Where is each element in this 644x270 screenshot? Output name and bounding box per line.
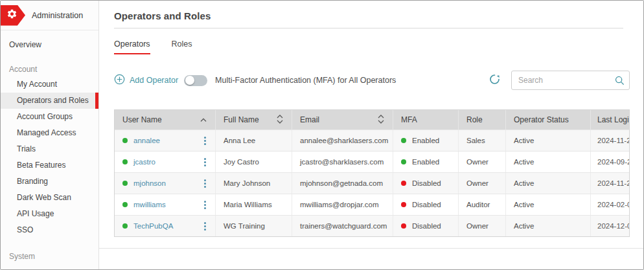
gear-icon	[1, 8, 17, 22]
mfa-cell: Disabled	[393, 173, 459, 194]
sidebar: Administration Overview Account My Accou…	[1, 1, 99, 269]
user-name-cell: annalee	[115, 130, 216, 151]
last-login-cell: 2024-02-08T2	[591, 194, 629, 215]
online-status-dot	[122, 159, 128, 164]
sidebar-header: Administration	[1, 1, 98, 30]
sort-both-icon	[277, 115, 283, 126]
user-name-cell: jcastro	[115, 152, 216, 172]
tab-operators[interactable]: Operators	[114, 39, 150, 54]
email-cell: mwilliams@dropjar.com	[292, 194, 393, 215]
full-name-cell: Maria Williams	[216, 194, 292, 215]
search-input[interactable]	[511, 71, 630, 90]
title-divider	[114, 28, 623, 28]
last-login-cell: 2024-11-26T	[591, 173, 629, 194]
mfa-toggle-label: Multi-Factor Authentication (MFA) for Al…	[215, 76, 396, 85]
username-link[interactable]: annalee	[133, 137, 160, 144]
username-link[interactable]: mwilliams	[133, 201, 166, 208]
sidebar-item-trials[interactable]: Trials	[1, 141, 98, 157]
last-login-cell: 2024-12-03T	[591, 216, 629, 236]
row-menu-kebab-icon[interactable]	[201, 156, 209, 168]
mfa-status-dot	[401, 159, 406, 164]
sidebar-section-account: Account	[1, 62, 98, 76]
username-link[interactable]: TechPubQA	[133, 222, 173, 230]
email-cell: trainers@watchguard.com	[292, 216, 393, 236]
column-header-operator-status: Operator Status	[506, 110, 591, 129]
column-header-user-name[interactable]: User Name	[115, 110, 216, 129]
sidebar-item-dark-web-scan[interactable]: Dark Web Scan	[1, 190, 98, 206]
row-menu-kebab-icon[interactable]	[201, 220, 209, 232]
email-cell: annalee@sharklasers.com	[292, 130, 393, 151]
table-row: mjohnson Mary Johnson mjohnson@getnada.c…	[115, 172, 629, 194]
table-header-row: User Name Full Name Email MFA Role Opera…	[115, 110, 629, 129]
operator-status-cell: Active	[506, 173, 591, 194]
username-link[interactable]: mjohnson	[133, 179, 166, 187]
full-name-cell: Joy Castro	[216, 152, 292, 172]
full-name-cell: Anna Lee	[216, 130, 292, 151]
search-box	[511, 71, 630, 90]
sort-both-icon	[378, 115, 384, 126]
email-cell: mjohnson@getnada.com	[292, 173, 393, 194]
sidebar-item-operators-and-roles[interactable]: Operators and Roles	[1, 93, 98, 109]
operator-status-cell: Active	[506, 216, 591, 236]
table-row: TechPubQA WG Training trainers@watchguar…	[115, 215, 629, 236]
refresh-button[interactable]	[488, 73, 501, 89]
column-header-email[interactable]: Email	[292, 110, 393, 129]
table-row: annalee Anna Lee annalee@sharklasers.com…	[115, 129, 629, 151]
username-link[interactable]: jcastro	[133, 158, 155, 166]
table-row: jcastro Joy Castro jcastro@sharklasers.c…	[115, 151, 629, 172]
sidebar-item-beta-features[interactable]: Beta Features	[1, 157, 98, 174]
mfa-status-dot	[401, 181, 406, 186]
mfa-toggle[interactable]	[184, 75, 207, 86]
column-header-mfa: MFA	[393, 110, 459, 129]
sidebar-section-system: System	[1, 249, 98, 264]
sidebar-item-my-account[interactable]: My Account	[1, 76, 98, 93]
sidebar-item-managed-access[interactable]: Managed Access	[1, 125, 98, 141]
sidebar-item-account-groups[interactable]: Account Groups	[1, 109, 98, 125]
operator-status-cell: Active	[506, 152, 591, 172]
table-row: mwilliams Maria Williams mwilliams@dropj…	[115, 194, 629, 215]
sidebar-item-branding[interactable]: Branding	[1, 174, 98, 190]
column-header-role: Role	[459, 110, 506, 129]
online-status-dot	[122, 202, 128, 207]
last-login-cell: 2024-11-27T	[591, 130, 629, 151]
toggle-knob	[185, 76, 194, 85]
user-name-cell: TechPubQA	[115, 216, 216, 236]
mfa-cell: Enabled	[393, 130, 459, 151]
row-menu-kebab-icon[interactable]	[201, 199, 209, 211]
user-name-cell: mjohnson	[115, 173, 216, 194]
mfa-status-dot	[401, 138, 406, 143]
column-header-full-name[interactable]: Full Name	[216, 110, 292, 129]
mfa-cell: Enabled	[393, 152, 459, 172]
last-login-cell: 2024-09-25T	[591, 152, 629, 172]
full-name-cell: WG Training	[216, 216, 292, 236]
admin-badge	[1, 5, 25, 26]
role-cell: Sales	[459, 130, 506, 151]
column-header-last-login: Last Login	[591, 110, 629, 129]
app-window: Administration Overview Account My Accou…	[0, 0, 644, 270]
sort-asc-icon	[200, 115, 207, 124]
sidebar-item-overview[interactable]: Overview	[1, 36, 98, 53]
toolbar-right	[488, 71, 630, 90]
role-cell: Owner	[459, 152, 506, 172]
user-name-cell: mwilliams	[115, 194, 216, 215]
mfa-status-dot	[401, 223, 406, 229]
role-cell: Owner	[459, 173, 506, 194]
plus-circle-icon	[114, 74, 125, 87]
row-menu-kebab-icon[interactable]	[201, 177, 209, 190]
sidebar-item-api-usage[interactable]: API Usage	[1, 206, 98, 222]
role-cell: Auditor	[459, 194, 506, 215]
sidebar-item-sso[interactable]: SSO	[1, 222, 98, 238]
mfa-cell: Disabled	[393, 216, 459, 236]
main-content: Operators and Roles Operators Roles Add …	[99, 1, 643, 269]
full-name-cell: Mary Johnson	[216, 173, 292, 194]
page-title: Operators and Roles	[114, 10, 630, 21]
row-menu-kebab-icon[interactable]	[201, 135, 209, 147]
add-operator-button[interactable]: Add Operator	[114, 74, 178, 87]
sidebar-title: Administration	[32, 11, 83, 20]
mfa-cell: Disabled	[393, 194, 459, 215]
tab-roles[interactable]: Roles	[172, 39, 192, 54]
toolbar: Add Operator Multi-Factor Authentication…	[114, 71, 630, 90]
tab-bar: Operators Roles	[114, 39, 630, 54]
add-operator-label: Add Operator	[130, 76, 178, 85]
role-cell: Owner	[459, 216, 506, 236]
